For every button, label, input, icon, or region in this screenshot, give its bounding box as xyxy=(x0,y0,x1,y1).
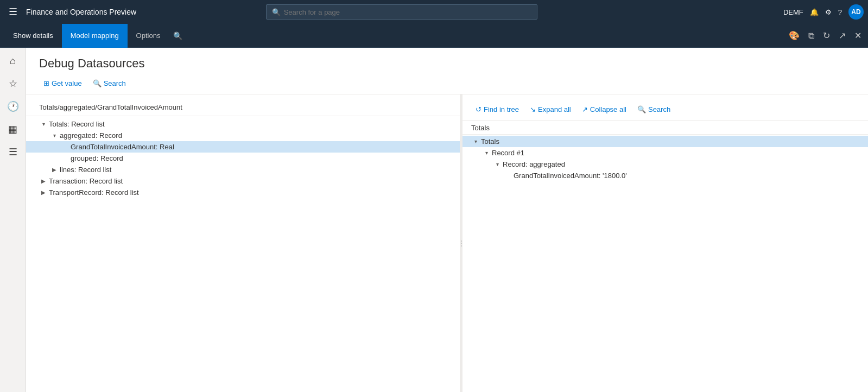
rarrow-recordagg: ▾ xyxy=(493,161,502,167)
label-grouped: grouped: Record xyxy=(69,154,460,162)
right-search-icon: 🔍 xyxy=(637,105,646,113)
right-panel: ↺ Find in tree ↘ Expand all ↗ Collapse a… xyxy=(462,94,868,392)
bell-icon[interactable]: 🔔 xyxy=(810,8,819,16)
expand-all-icon: ↘ xyxy=(530,105,536,113)
find-tree-icon: ↺ xyxy=(476,105,481,113)
expand-all-button[interactable]: ↘ Expand all xyxy=(525,103,575,116)
rlabel-rgrandtotal: GrandTotalInvoicedAmount: '1800.0' xyxy=(512,172,868,180)
left-toolbar: ⊞ Get value 🔍 Search xyxy=(26,75,868,94)
user-label: DEMF xyxy=(783,8,803,16)
tab-model-mapping[interactable]: Model mapping xyxy=(62,24,128,48)
tree-node-lines[interactable]: ▶ lines: Record list xyxy=(26,164,460,175)
rlabel-recordagg: Record: aggregated xyxy=(502,160,868,168)
top-nav-bar: ☰ Finance and Operations Preview 🔍 DEMF … xyxy=(0,0,868,24)
arrow-transportrecord: ▶ xyxy=(39,189,48,195)
path-text: Totals/aggregated/GrandTotalInvoicedAmou… xyxy=(39,103,182,111)
tree-node-transaction[interactable]: ▶ Transaction: Record list xyxy=(26,175,460,187)
get-value-icon: ⊞ xyxy=(43,79,49,87)
tree-node-transportrecord[interactable]: ▶ TransportRecord: Record list xyxy=(26,187,460,198)
collapse-all-button[interactable]: ↗ Collapse all xyxy=(578,103,631,116)
rtree-node-totals[interactable]: ▾ Totals xyxy=(462,136,868,147)
rarrow-totals: ▾ xyxy=(471,138,480,144)
rlabel-totals: Totals xyxy=(480,137,868,146)
main-layout: ⌂ ☆ 🕐 ▦ ☰ Debug Datasources ⊞ Get value … xyxy=(0,48,868,392)
tree-node-grouped[interactable]: grouped: Record xyxy=(26,153,460,164)
arrow-lines: ▶ xyxy=(50,167,59,173)
arrow-transaction: ▶ xyxy=(39,178,48,184)
right-tree: ▾ Totals ▾ Record #1 ▾ Record: aggregate… xyxy=(462,136,868,181)
right-search-button[interactable]: 🔍 Search xyxy=(633,103,675,116)
tree-node-aggregated[interactable]: ▾ aggregated: Record xyxy=(26,130,460,141)
arrow-aggregated: ▾ xyxy=(50,132,59,138)
page-title: Debug Datasources xyxy=(39,56,855,71)
export-icon[interactable]: ↗ xyxy=(837,28,848,43)
global-search-box[interactable]: 🔍 xyxy=(266,4,537,20)
sidebar-favorites[interactable]: ☆ xyxy=(2,73,24,94)
left-tree: ▾ Totals: Record list ▾ aggregated: Reco… xyxy=(26,118,460,198)
refresh-icon[interactable]: ↻ xyxy=(821,28,832,43)
main-content: Debug Datasources ⊞ Get value 🔍 Search T… xyxy=(26,48,868,392)
get-value-button[interactable]: ⊞ Get value xyxy=(39,77,86,90)
path-bar: Totals/aggregated/GrandTotalInvoicedAmou… xyxy=(26,101,460,116)
left-search-button[interactable]: 🔍 Search xyxy=(88,77,130,90)
tree-node-totals[interactable]: ▾ Totals: Record list xyxy=(26,118,460,130)
palette-icon[interactable]: 🎨 xyxy=(787,28,802,43)
user-avatar[interactable]: AD xyxy=(848,4,864,20)
label-transportrecord: TransportRecord: Record list xyxy=(48,188,460,197)
tree-node-grandtotal[interactable]: GrandTotalInvoicedAmount: Real xyxy=(26,141,460,153)
right-section-label: Totals xyxy=(462,123,868,135)
layers-icon[interactable]: ⧉ xyxy=(806,29,816,43)
sidebar-workspaces[interactable]: ▦ xyxy=(2,118,24,140)
global-search-input[interactable] xyxy=(284,8,531,16)
close-icon[interactable]: ✕ xyxy=(852,28,864,43)
hamburger-menu-button[interactable]: ☰ xyxy=(4,3,22,21)
tab-right-icons: 🎨 ⧉ ↻ ↗ ✕ xyxy=(787,28,864,43)
collapse-all-icon: ↗ xyxy=(582,105,588,113)
rtree-node-record1[interactable]: ▾ Record #1 xyxy=(462,147,868,159)
gear-icon[interactable]: ⚙ xyxy=(825,8,832,16)
sidebar-modules[interactable]: ☰ xyxy=(2,141,24,163)
tab-search-icon[interactable]: 🔍 xyxy=(173,31,182,40)
label-transaction: Transaction: Record list xyxy=(48,177,460,185)
tab-bar: Show details Model mapping Options 🔍 🎨 ⧉… xyxy=(0,24,868,48)
page-title-area: Debug Datasources xyxy=(26,48,868,75)
label-aggregated: aggregated: Record xyxy=(59,131,460,140)
rlabel-record1: Record #1 xyxy=(491,149,868,157)
sidebar-home[interactable]: ⌂ xyxy=(2,50,24,72)
find-in-tree-button[interactable]: ↺ Find in tree xyxy=(471,103,523,116)
rtree-node-rgrandtotal[interactable]: GrandTotalInvoicedAmount: '1800.0' xyxy=(462,170,868,181)
global-search-icon: 🔍 xyxy=(272,8,281,16)
top-nav-right-area: DEMF 🔔 ⚙ ? AD xyxy=(783,4,864,20)
rarrow-record1: ▾ xyxy=(482,150,491,156)
label-grandtotal: GrandTotalInvoicedAmount: Real xyxy=(69,143,460,151)
left-panel: Totals/aggregated/GrandTotalInvoicedAmou… xyxy=(26,94,460,392)
app-title: Finance and Operations Preview xyxy=(26,8,136,16)
left-search-icon: 🔍 xyxy=(93,79,102,87)
tab-show-details[interactable]: Show details xyxy=(4,24,62,48)
tab-options[interactable]: Options xyxy=(128,24,169,48)
label-lines: lines: Record list xyxy=(59,166,460,174)
right-toolbar: ↺ Find in tree ↘ Expand all ↗ Collapse a… xyxy=(462,101,868,121)
arrow-totals: ▾ xyxy=(39,121,48,127)
hamburger-icon: ☰ xyxy=(9,6,17,18)
sidebar: ⌂ ☆ 🕐 ▦ ☰ xyxy=(0,48,26,392)
rtree-node-recordagg[interactable]: ▾ Record: aggregated xyxy=(462,159,868,170)
sidebar-recent[interactable]: 🕐 xyxy=(2,96,24,117)
help-icon[interactable]: ? xyxy=(838,8,842,16)
label-totals: Totals: Record list xyxy=(48,120,460,128)
two-panel: Totals/aggregated/GrandTotalInvoicedAmou… xyxy=(26,94,868,392)
